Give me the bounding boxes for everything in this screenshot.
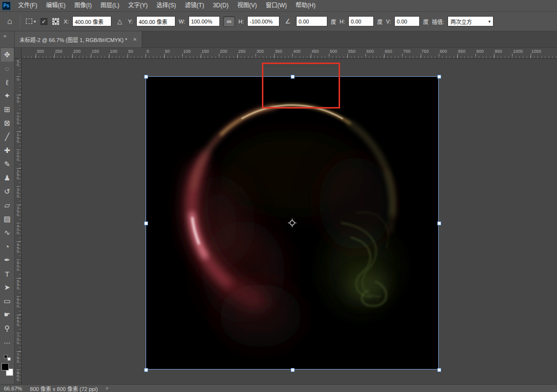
menu-item[interactable]: 文字(Y)	[124, 0, 152, 11]
maintain-aspect-link-icon[interactable]: ∞	[223, 16, 235, 27]
main-area: » ✥◌ℓ✦⊞⊠╱✚✎♟↺▱▨∿◔✒T➤▭☛⚲ ⋯ 未标题-2 @ 66.7% …	[0, 31, 557, 384]
ruler-label: 700	[403, 49, 410, 54]
y-input[interactable]	[136, 16, 175, 26]
menu-item[interactable]: 帮助(H)	[291, 0, 320, 11]
rotation-input[interactable]	[296, 16, 327, 26]
ruler-tick	[365, 54, 366, 58]
interpolation-dropdown[interactable]: 两次立方 ▾	[448, 16, 493, 26]
eraser-tool[interactable]: ▱	[1, 198, 14, 212]
crop-tool[interactable]: ⊞	[1, 103, 14, 116]
ruler-label: 50	[16, 96, 20, 103]
ruler-tick	[347, 54, 348, 58]
frame-tool[interactable]: ⊠	[1, 116, 14, 130]
move-tool[interactable]: ✥	[1, 48, 14, 62]
brush-tool[interactable]: ✎	[1, 157, 14, 171]
transform-handle[interactable]	[437, 368, 441, 372]
ruler-label: 300	[37, 49, 44, 54]
ruler-label: 200	[16, 151, 20, 161]
clone-stamp-tool[interactable]: ♟	[1, 171, 14, 185]
height-input[interactable]	[247, 16, 279, 26]
ruler-tick	[182, 54, 183, 58]
edit-toolbar-ellipsis-icon[interactable]: ⋯	[1, 337, 14, 348]
hand-tool[interactable]: ☛	[1, 308, 14, 322]
transform-handle[interactable]	[144, 75, 148, 79]
ruler-tick	[421, 54, 421, 58]
tools-panel: » ✥◌ℓ✦⊞⊠╱✚✎♟↺▱▨∿◔✒T➤▭☛⚲ ⋯	[0, 31, 15, 384]
ruler-tick	[256, 54, 256, 58]
transform-handle[interactable]	[437, 75, 441, 79]
menu-item[interactable]: 视图(V)	[233, 0, 261, 11]
close-icon[interactable]: ×	[133, 36, 137, 43]
reference-point-checkbox[interactable]: ✓	[41, 18, 47, 25]
ruler-tick	[17, 205, 21, 205]
shape-tool[interactable]: ▭	[1, 294, 14, 308]
ruler-tick	[17, 131, 21, 132]
ruler-label: 450	[312, 49, 319, 54]
transform-handle[interactable]	[144, 368, 148, 372]
transform-handle[interactable]	[291, 368, 295, 372]
menu-item[interactable]: 滤镜(T)	[180, 0, 208, 11]
zoom-tool[interactable]: ⚲	[1, 322, 14, 335]
ruler-tick	[17, 370, 21, 370]
ruler-tick	[475, 54, 476, 58]
relative-position-delta-button[interactable]: △	[115, 18, 125, 25]
ruler-tick	[17, 186, 21, 187]
vskew-input[interactable]	[394, 16, 420, 26]
type-tool[interactable]: T	[1, 267, 14, 281]
pen-tool[interactable]: ✒	[1, 253, 14, 267]
document-tab-bar: 未标题-2 @ 66.7% (图层 1, RGB/8#/CMYK) * ×	[15, 31, 557, 48]
ruler-label: 400	[16, 224, 20, 234]
menu-item[interactable]: 窗口(W)	[261, 0, 291, 11]
ruler-label: 800	[16, 370, 20, 381]
document-tab[interactable]: 未标题-2 @ 66.7% (图层 1, RGB/8#/CMYK) * ×	[15, 31, 142, 47]
ruler-label: 350	[275, 49, 282, 54]
ruler-label: 100	[110, 49, 117, 54]
transform-handle[interactable]	[437, 221, 441, 225]
menu-item[interactable]: 编辑(E)	[42, 0, 70, 11]
width-input[interactable]	[189, 16, 220, 26]
path-select-tool[interactable]: ➤	[1, 281, 14, 294]
history-brush-tool[interactable]: ↺	[1, 185, 14, 198]
menu-item[interactable]: 3D(D)	[209, 0, 233, 11]
foreground-color-swatch[interactable]	[1, 363, 9, 370]
status-zoom-field[interactable]: 66.67%	[4, 386, 22, 392]
ruler-label: 50	[16, 59, 20, 66]
tool-preset-button[interactable]: ▾	[25, 19, 37, 24]
width-label: W:	[179, 19, 185, 24]
lasso-tool[interactable]: ℓ	[1, 75, 14, 89]
color-swatches	[1, 363, 13, 376]
vertical-ruler[interactable]: 5005010015020025030035040045050055060065…	[15, 59, 21, 384]
magic-wand-tool[interactable]: ✦	[1, 89, 14, 103]
menu-item[interactable]: 图层(L)	[96, 0, 124, 11]
toolbar-collapse-button[interactable]: »	[0, 31, 14, 48]
menu-item[interactable]: 选择(S)	[152, 0, 180, 11]
ruler-label: 550	[16, 279, 20, 289]
healing-brush-tool[interactable]: ✚	[1, 144, 14, 157]
transform-center-target-icon[interactable]	[288, 218, 297, 227]
default-colors-icon[interactable]	[4, 355, 11, 361]
marquee-tool[interactable]: ◌	[1, 62, 14, 75]
interpolation-label: 插值:	[432, 18, 444, 25]
gradient-tool[interactable]: ▨	[1, 212, 14, 226]
reference-point-grid-icon[interactable]	[52, 18, 59, 25]
ruler-tick	[457, 54, 458, 58]
transform-handle[interactable]	[144, 221, 148, 225]
status-chevron-icon[interactable]: >	[106, 386, 108, 391]
ruler-tick	[237, 54, 238, 58]
rotation-unit: 度	[331, 18, 336, 25]
home-icon[interactable]: ⌂	[4, 17, 16, 26]
x-input[interactable]	[72, 16, 111, 26]
horizontal-ruler[interactable]: 3002502001501005005010015020025030035040…	[21, 48, 557, 58]
hskew-unit: 度	[377, 18, 383, 25]
ruler-tool[interactable]: ╱	[1, 130, 14, 144]
ruler-tick	[128, 54, 128, 58]
smudge-tool[interactable]: ∿	[1, 226, 14, 240]
menu-bar-items: 文件(F)编辑(E)图像(I)图层(L)文字(Y)选择(S)滤镜(T)3D(D)…	[14, 0, 320, 11]
canvas-viewport[interactable]	[21, 59, 557, 384]
hskew-input[interactable]	[348, 16, 374, 26]
ruler-tick	[109, 54, 109, 58]
ruler-label: 500	[330, 49, 337, 54]
menu-item[interactable]: 文件(F)	[14, 0, 42, 11]
menu-item[interactable]: 图像(I)	[70, 0, 96, 11]
dodge-tool[interactable]: ◔	[1, 240, 14, 253]
